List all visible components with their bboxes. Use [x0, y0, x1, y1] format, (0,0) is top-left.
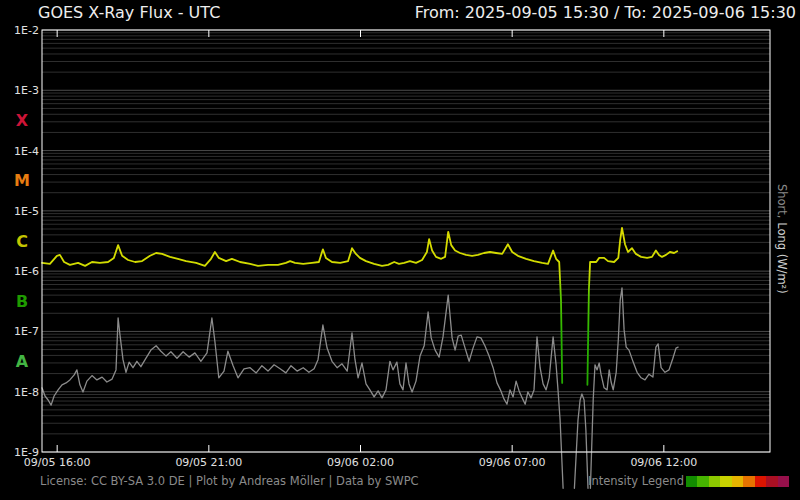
intensity-legend-swatch — [766, 476, 778, 487]
x-axis-labels: 09/05 16:0009/05 21:0009/06 02:0009/06 0… — [24, 456, 698, 469]
gridlines — [42, 30, 770, 452]
svg-text:1E-4: 1E-4 — [14, 145, 39, 158]
svg-text:1E-3: 1E-3 — [14, 84, 39, 97]
svg-text:1E-2: 1E-2 — [14, 24, 39, 37]
intensity-legend-label: Intensity Legend — [588, 474, 684, 488]
intensity-legend-swatch — [709, 476, 721, 487]
intensity-legend-swatch — [732, 476, 744, 487]
intensity-legend-swatch — [720, 476, 732, 487]
intensity-legend-swatch — [697, 476, 709, 487]
svg-text:1E-7: 1E-7 — [14, 325, 39, 338]
class-letter-B: B — [16, 292, 28, 311]
svg-text:09/06 07:00: 09/06 07:00 — [479, 456, 546, 469]
goes-xray-flux-app: GOES X-Ray Flux - UTC From: 2025-09-05 1… — [0, 0, 800, 500]
right-axis-label: Short, Long (W/m²) — [775, 184, 789, 294]
class-letter-X: X — [16, 111, 29, 130]
intensity-legend-swatch — [778, 476, 790, 487]
class-letter-A: A — [16, 352, 29, 371]
svg-text:09/05 21:00: 09/05 21:00 — [175, 456, 242, 469]
svg-text:09/06 02:00: 09/06 02:00 — [327, 456, 394, 469]
svg-text:09/06 12:00: 09/06 12:00 — [630, 456, 697, 469]
intensity-legend-swatch — [755, 476, 767, 487]
intensity-legend-bar — [686, 476, 790, 487]
class-letter-C: C — [16, 232, 28, 251]
intensity-legend-swatch — [743, 476, 755, 487]
xray-flux-chart: 1E-21E-31E-41E-51E-61E-71E-81E-9XMCBA09/… — [0, 0, 800, 500]
intensity-legend-swatch — [686, 476, 698, 487]
intensity-legend: Intensity Legend — [588, 474, 789, 488]
license-text: License: CC BY-SA 3.0 DE | Plot by Andre… — [40, 474, 419, 488]
svg-text:1E-5: 1E-5 — [14, 205, 39, 218]
class-letter-M: M — [14, 171, 30, 190]
svg-text:1E-6: 1E-6 — [14, 265, 39, 278]
svg-text:09/05 16:00: 09/05 16:00 — [24, 456, 91, 469]
svg-text:1E-8: 1E-8 — [14, 386, 39, 399]
